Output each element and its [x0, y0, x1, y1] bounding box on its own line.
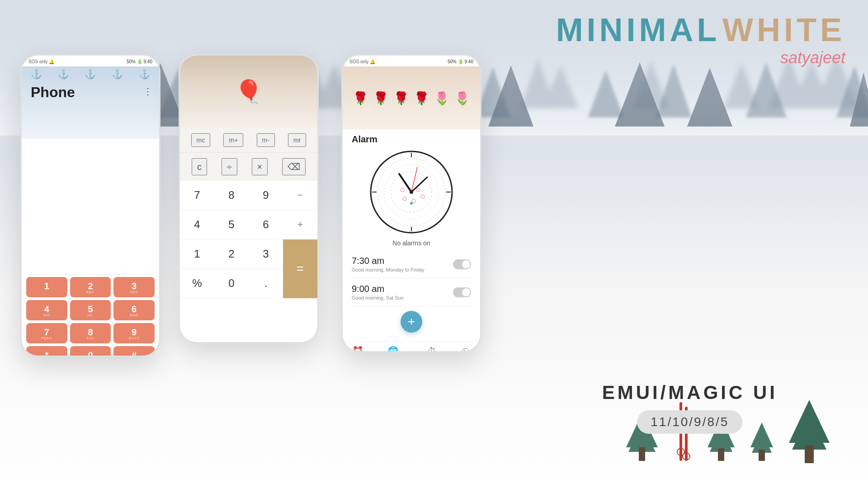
dial-key-3[interactable]: 3 DEF — [113, 277, 155, 297]
alarm-bottom-nav: ⏰ Alarm 🌐 World clock ⏱ Stopwatch ⏲ Time… — [343, 342, 480, 352]
flower-icon-4: 🌹 — [414, 91, 429, 106]
emui-text: EMUI/MAGIC UI — [602, 382, 778, 404]
flower-icon-1: 🌹 — [353, 91, 368, 106]
alarm-header: 🌹 🌹 🌹 🌹 🌷 🌷 — [343, 66, 480, 130]
alarm-item-2: 9:00 am Good morning, Sat Sun — [352, 278, 471, 306]
calc-1[interactable]: 1 — [180, 239, 214, 269]
phone-mockup-3: SOS only 🔔 50% 🔋 9:40 🌹 🌹 🌹 🌹 🌷 🌷 Alarm — [341, 54, 481, 352]
add-alarm-button[interactable]: + — [401, 311, 422, 333]
phone-menu-icon[interactable]: ⋮ — [143, 86, 152, 97]
calc-4[interactable]: 4 — [180, 210, 214, 239]
calc-5[interactable]: 5 — [214, 210, 249, 239]
calc-3[interactable]: 3 — [249, 239, 283, 269]
calc-mplus-button[interactable]: m+ — [223, 133, 243, 147]
analog-clock-container — [352, 149, 471, 235]
phone-mockup-1: SOS only 🔔 50% 🔋 9:40 ⚓ ⚓ ⚓ ⚓ ⚓ Phone ⋮ … — [20, 54, 160, 357]
dial-letters-3: DEF — [116, 291, 152, 294]
calc-equals[interactable]: = — [283, 239, 317, 298]
deco-tree-4 — [787, 398, 832, 465]
phone1-contacts-area — [22, 139, 159, 274]
phone1-header: ⚓ ⚓ ⚓ ⚓ ⚓ Phone ⋮ — [22, 66, 159, 139]
calc-plus[interactable]: + — [283, 210, 317, 239]
dial-key-2[interactable]: 2 ABC — [70, 277, 111, 297]
dial-letters-6: MNO — [116, 314, 152, 317]
dial-key-6[interactable]: 6 MNO — [113, 300, 155, 320]
alarm-nav-alarm-icon: ⏰ — [352, 346, 363, 352]
dialpad-grid: 1 2 ABC 3 DEF 4 GHI 5 JKL 6 MNO — [26, 277, 155, 357]
alarm-nav-alarm[interactable]: ⏰ Alarm — [352, 346, 363, 352]
calc-backspace-button[interactable]: ⌫ — [282, 158, 306, 175]
dial-num-0: 0 — [72, 351, 109, 357]
anchor-icon-3: ⚓ — [85, 69, 96, 80]
alarm-toggle-2[interactable] — [453, 287, 471, 297]
calc-divide-button[interactable]: ÷ — [222, 158, 237, 175]
dial-key-5[interactable]: 5 JKL — [70, 300, 111, 320]
dial-letters-4: GHI — [28, 314, 65, 317]
flower-icon-6: 🌷 — [454, 91, 470, 106]
calc-7[interactable]: 7 — [180, 181, 214, 210]
dial-num-4: 4 — [28, 305, 65, 314]
dial-letters-8: TUV — [72, 337, 109, 340]
dial-num-1: 1 — [28, 282, 65, 291]
dial-num-5: 5 — [72, 305, 109, 314]
calc-9[interactable]: 9 — [249, 181, 283, 210]
svg-rect-67 — [759, 450, 765, 461]
phone-mockup-2: 🎈 mc m+ m- mr c ÷ × ⌫ 7 8 9 − 4 5 6 + 1 … — [179, 54, 319, 343]
dial-num-7: 7 — [28, 328, 65, 337]
anchor-pattern: ⚓ ⚓ ⚓ ⚓ ⚓ — [28, 66, 152, 82]
title-white: WHITE — [722, 12, 845, 48]
dial-key-7[interactable]: 7 PQRS — [26, 323, 67, 343]
calc-mr-button[interactable]: mr — [288, 133, 306, 147]
calc-6[interactable]: 6 — [249, 210, 283, 239]
phone-title: Phone — [28, 82, 75, 101]
alarm-desc-2: Good morning, Sat Sun — [352, 295, 404, 300]
calc-8[interactable]: 8 — [214, 181, 249, 210]
dial-key-star[interactable]: * — [26, 346, 67, 357]
emui-label: EMUI/MAGIC UI 11/10/9/8/5 — [602, 382, 778, 434]
calc-0[interactable]: 0 — [214, 269, 249, 298]
dial-key-8[interactable]: 8 TUV — [70, 323, 111, 343]
anchor-icon-2: ⚓ — [58, 69, 69, 80]
alarm-status-bar: SOS only 🔔 50% 🔋 9:40 — [343, 56, 480, 66]
flower-icon-2: 🌹 — [373, 91, 389, 106]
dial-key-1[interactable]: 1 — [26, 277, 67, 297]
phone1-status-bar: SOS only 🔔 50% 🔋 9:40 — [22, 56, 159, 66]
dial-key-hash[interactable]: # — [113, 346, 155, 357]
calc-memory-row: mc m+ m- mr — [180, 128, 317, 152]
calc-mc-button[interactable]: mc — [191, 133, 211, 147]
alarm-time-2: 9:00 am — [352, 284, 404, 294]
dial-num-8: 8 — [72, 328, 109, 337]
calc-minus[interactable]: − — [283, 181, 317, 210]
calc-dot[interactable]: . — [249, 269, 283, 298]
dial-key-9[interactable]: 9 WXYZ — [113, 323, 155, 343]
dial-key-4[interactable]: 4 GHI — [26, 300, 67, 320]
anchor-icon-4: ⚓ — [112, 69, 123, 80]
alarm-nav-stopwatch[interactable]: ⏱ Stopwatch — [422, 346, 441, 353]
calc-2[interactable]: 2 — [214, 239, 249, 269]
calc-clear-button[interactable]: c — [192, 158, 207, 175]
dial-num-star: * — [28, 351, 65, 357]
calc-percent[interactable]: % — [180, 269, 214, 298]
no-alarms-text: No alarms on — [352, 239, 471, 247]
alarm-content: Alarm — [343, 130, 480, 342]
calc-ops-row: c ÷ × ⌫ — [180, 153, 317, 181]
calc-mminus-button[interactable]: m- — [257, 133, 275, 147]
anchor-icon-1: ⚓ — [31, 69, 42, 80]
dial-key-0[interactable]: 0 + — [70, 346, 111, 357]
dial-num-9: 9 — [116, 328, 152, 337]
calc-multiply-button[interactable]: × — [252, 158, 268, 175]
dial-num-2: 2 — [72, 282, 109, 291]
alarm-nav-timer[interactable]: ⏲ Timer — [460, 346, 471, 353]
dial-letters-7: PQRS — [28, 337, 65, 340]
flower-icon-5: 🌷 — [434, 91, 450, 106]
dialpad: 1 2 ABC 3 DEF 4 GHI 5 JKL 6 MNO — [22, 275, 159, 357]
alarm-toggle-1[interactable] — [453, 259, 471, 269]
phone1-status-right: 50% 🔋 9:40 — [127, 59, 152, 64]
dial-num-hash: # — [116, 351, 152, 357]
title-minimal: MINIMAL — [556, 12, 721, 48]
phone1-status-left: SOS only 🔔 — [28, 59, 54, 64]
alarm-nav-worldclock[interactable]: 🌐 World clock — [382, 346, 403, 352]
dial-letters-9: WXYZ — [116, 337, 152, 340]
title-author: satyajeet — [556, 48, 845, 67]
dial-num-3: 3 — [116, 282, 152, 291]
